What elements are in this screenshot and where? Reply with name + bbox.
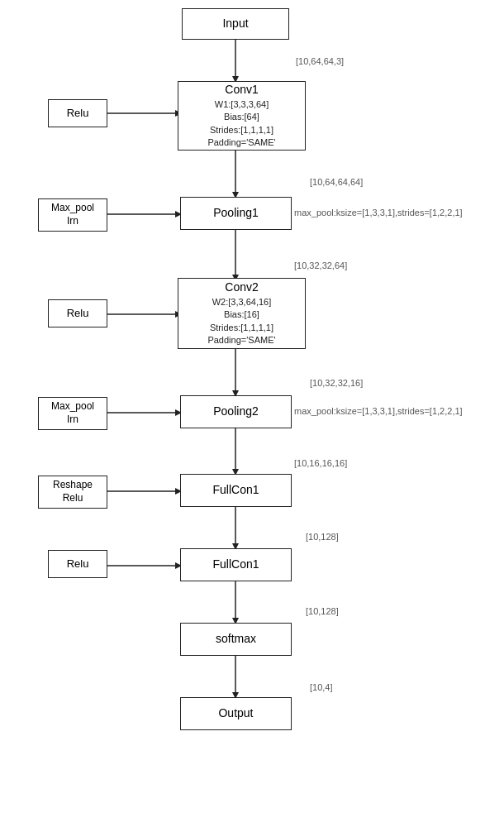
relu2-label: Relu <box>67 306 89 321</box>
maxpool1-label: Max_pool Irn <box>51 202 94 227</box>
relu3-label: Relu <box>67 557 89 571</box>
dim-label-7: [10,4] <box>310 682 333 692</box>
maxpool2-label: Max_pool Irn <box>51 400 94 426</box>
conv1-detail-0: W1:[3,3,3,64] <box>215 98 269 111</box>
conv2-detail-0: W2:[3,3,64,16] <box>212 296 272 308</box>
fullcon2-node: FullCon1 <box>180 548 292 581</box>
conv1-detail-1: Bias:[64] <box>224 111 259 123</box>
dim-label-6: [10,128] <box>306 606 339 616</box>
conv2-node: Conv2 W2:[3,3,64,16] Bias:[16] Strides:[… <box>178 278 306 349</box>
relu3-node: Relu <box>48 550 107 578</box>
side-label-1: max_pool:ksize=[1,3,3,1],strides=[1,2,2,… <box>294 406 463 416</box>
input-node: Input <box>182 8 289 40</box>
dim-label-5: [10,128] <box>306 532 339 542</box>
relu1-label: Relu <box>67 106 89 121</box>
softmax-node: softmax <box>180 623 292 656</box>
dim-label-3: [10,32,32,16] <box>310 378 363 388</box>
conv2-title: Conv2 <box>225 280 258 296</box>
side-label-0: max_pool:ksize=[1,3,3,1],strides=[1,2,2,… <box>294 208 463 218</box>
conv2-detail-3: Padding='SAME' <box>207 334 275 347</box>
neural-network-diagram: Input [10,64,64,3] Conv1 W1:[3,3,3,64] B… <box>0 0 504 827</box>
relu1-node: Relu <box>48 99 107 127</box>
conv1-node: Conv1 W1:[3,3,3,64] Bias:[64] Strides:[1… <box>178 81 306 151</box>
pooling2-label: Pooling2 <box>213 404 259 420</box>
reshape-relu-node: Reshape Relu <box>38 476 107 509</box>
conv2-detail-1: Bias:[16] <box>224 308 259 321</box>
input-label: Input <box>222 16 248 32</box>
fullcon1-label: FullCon1 <box>212 482 259 499</box>
softmax-label: softmax <box>216 631 256 648</box>
output-label: Output <box>218 705 253 722</box>
maxpool1-node: Max_pool Irn <box>38 198 107 232</box>
pooling1-label: Pooling1 <box>213 205 259 222</box>
dim-label-4: [10,16,16,16] <box>294 458 347 468</box>
dim-label-2: [10,32,32,64] <box>294 261 347 270</box>
output-node: Output <box>180 697 292 730</box>
conv1-detail-2: Strides:[1,1,1,1] <box>210 124 273 136</box>
pooling2-node: Pooling2 <box>180 395 292 428</box>
conv1-title: Conv1 <box>225 82 258 98</box>
relu2-node: Relu <box>48 299 107 327</box>
fullcon1-node: FullCon1 <box>180 474 292 507</box>
conv2-detail-2: Strides:[1,1,1,1] <box>210 322 273 334</box>
fullcon2-label: FullCon1 <box>212 557 259 573</box>
dim-label-0: [10,64,64,3] <box>296 56 344 66</box>
pooling1-node: Pooling1 <box>180 197 292 230</box>
conv1-detail-3: Padding='SAME' <box>207 136 275 149</box>
maxpool2-node: Max_pool Irn <box>38 397 107 430</box>
reshape-relu-label: Reshape Relu <box>53 479 93 504</box>
dim-label-1: [10,64,64,64] <box>310 177 363 187</box>
